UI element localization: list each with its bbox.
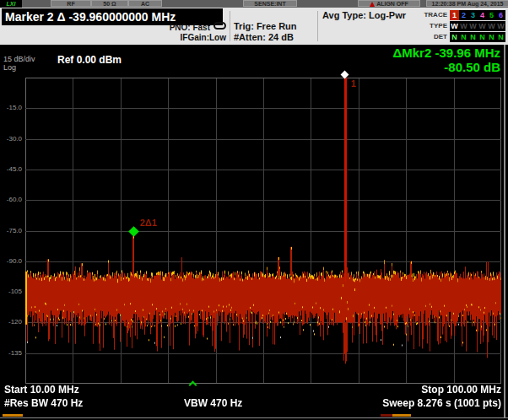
atten-label: #Atten: 24 dB [234,32,297,43]
ifgain-label: IFGain:Low [127,33,226,43]
screen-right-border [504,45,505,418]
trace-value: 1 [450,10,459,20]
pno-label: PNO: Fast [170,23,210,32]
rf-indicator: RF [51,0,91,7]
type-value: W [459,21,468,31]
align-warning-icon [370,2,375,7]
det-value: N [450,32,459,42]
stop-freq-label: Stop 100.00 MHz [421,384,501,396]
trace-value: 5 [487,10,496,20]
y-axis-tick-label: -75.0 [0,227,22,235]
coupling-indicator: AC [128,0,162,7]
impedance-indicator: 50 Ω [91,0,128,7]
bottom-indicator-bar [381,414,411,417]
divider [317,11,318,41]
loop-icon [213,22,226,30]
type-value: W [478,21,487,31]
trace-value: 6 [496,10,505,20]
y-axis-tick-label: -15.0 [0,104,22,112]
y-axis-tick-label: -30.0 [0,135,22,143]
marker1-label: 1 [351,78,356,89]
avg-type-label: Avg Type: Log-Pwr [322,10,406,20]
log-mode-label: Log [3,63,35,72]
trigger-block: Trig: Free Run #Atten: 24 dB [234,21,297,43]
type-value: W [468,21,478,31]
pno-block: PNO: Fast IFGain:Low [127,22,226,43]
y-axis-tick-label: -60.0 [0,196,22,204]
screen-bottom-border [0,417,508,418]
trace-value: 2 [459,10,468,20]
scale-per-div-label: 15 dB/div [3,55,35,63]
start-freq-label: Start 10.00 MHz [4,384,79,396]
sense-indicator: SENSE:INT [243,0,297,7]
det-value: N [496,32,505,42]
type-value: W [450,21,459,31]
sweep-progress-bar [3,414,23,417]
status-strip: LXI RF 50 Ω AC SENSE:INT ALIGN OFF 12:20… [0,0,508,8]
trace-row-label: TRACE [412,11,447,19]
delta-marker-ampl: -80.50 dB [393,60,501,74]
y-axis-tick-label: -90.0 [0,257,22,266]
trace-value: 4 [478,10,487,20]
sweep-label: Sweep 8.276 s (1001 pts) [382,397,501,409]
det-row-label: DET [412,33,447,40]
ref-level-label: Ref 0.00 dBm [57,54,122,66]
type-value: W [487,21,496,31]
clock: 12:20:38 PM Aug 24, 2015 [426,0,508,7]
det-value: N [478,32,487,42]
y-axis-tick-label: -45.0 [0,165,22,174]
trace-value: 3 [468,10,478,20]
trigger-label: Trig: Free Run [234,21,297,32]
det-value: N [468,32,478,42]
det-value: N [459,32,468,42]
divider [230,11,230,41]
type-row-label: TYPE [412,22,447,30]
measurement-bar: Marker 2 Δ -39.960000000 MHz PNO: Fast I… [0,8,508,45]
display-area: ΔMkr2 -39.96 MHz -80.50 dB 15 dB/div Log… [0,45,508,420]
spectrum-plot[interactable] [25,78,501,384]
y-axis-tick-label: -120 [0,318,22,326]
trace-types: WWWWWW [450,21,505,31]
scale-block: 15 dB/div Log [3,55,35,72]
det-value: N [487,32,496,42]
type-value: W [496,21,505,31]
trace-numbers: 123456 [450,10,505,20]
marker2-label: 2Δ1 [140,218,157,228]
trace-row: TRACE 123456 [412,10,506,20]
det-row: DET NNNNNN [412,32,506,42]
vbw-label: VBW 470 Hz [184,397,242,409]
lxi-logo: LXI [0,0,22,8]
y-axis-tick-label: -105 [0,288,22,296]
rbw-label: #Res BW 470 Hz [4,397,83,409]
y-axis-tick-label: -135 [0,349,22,358]
delta-marker-readout: ΔMkr2 -39.96 MHz -80.50 dB [393,46,501,74]
trace-detectors: NNNNNN [450,32,505,42]
delta-marker-freq: ΔMkr2 -39.96 MHz [393,46,501,60]
align-indicator: ALIGN OFF [358,0,420,7]
type-row: TYPE WWWWWW [412,21,506,31]
